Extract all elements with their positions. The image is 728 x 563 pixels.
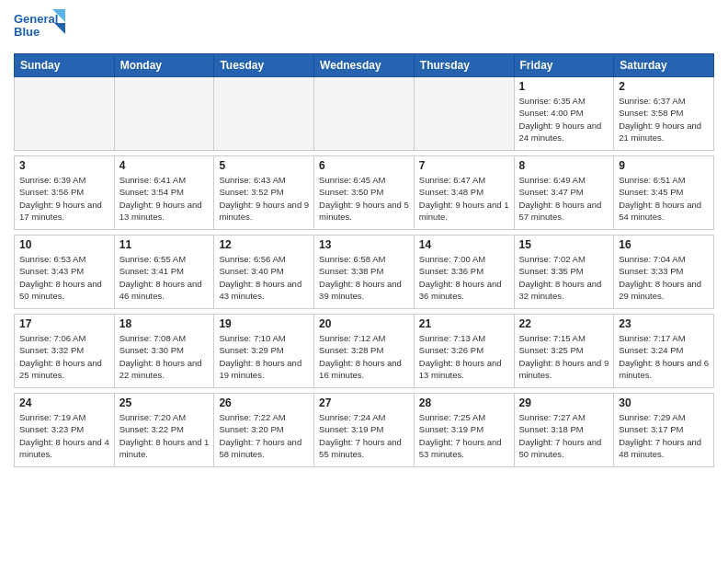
calendar-cell: 17Sunrise: 7:06 AM Sunset: 3:32 PM Dayli… (15, 315, 115, 388)
calendar-week-row: 1Sunrise: 6:35 AM Sunset: 4:00 PM Daylig… (15, 77, 714, 151)
calendar-cell: 9Sunrise: 6:51 AM Sunset: 3:45 PM Daylig… (614, 156, 714, 230)
calendar-cell (15, 77, 115, 151)
svg-text:Blue: Blue (14, 25, 40, 39)
calendar-cell (114, 77, 214, 151)
page: General Blue Sunday Monday Tuesday Wedne… (0, 0, 728, 563)
calendar-week-row: 24Sunrise: 7:19 AM Sunset: 3:23 PM Dayli… (15, 394, 714, 467)
calendar-cell: 28Sunrise: 7:25 AM Sunset: 3:19 PM Dayli… (414, 394, 514, 467)
day-detail: Sunrise: 7:25 AM Sunset: 3:19 PM Dayligh… (419, 411, 509, 460)
day-detail: Sunrise: 7:10 AM Sunset: 3:29 PM Dayligh… (219, 332, 309, 381)
calendar-cell: 16Sunrise: 7:04 AM Sunset: 3:33 PM Dayli… (614, 236, 714, 309)
day-detail: Sunrise: 7:17 AM Sunset: 3:24 PM Dayligh… (619, 332, 709, 381)
day-detail: Sunrise: 7:19 AM Sunset: 3:23 PM Dayligh… (19, 411, 109, 460)
day-number: 9 (619, 159, 709, 172)
calendar-cell: 3Sunrise: 6:39 AM Sunset: 3:56 PM Daylig… (15, 156, 115, 230)
day-detail: Sunrise: 6:39 AM Sunset: 3:56 PM Dayligh… (19, 174, 109, 223)
calendar-cell: 24Sunrise: 7:19 AM Sunset: 3:23 PM Dayli… (15, 394, 115, 467)
day-number: 30 (619, 396, 709, 409)
logo: General Blue (14, 9, 65, 46)
calendar-cell: 21Sunrise: 7:13 AM Sunset: 3:26 PM Dayli… (414, 315, 514, 388)
calendar-cell: 8Sunrise: 6:49 AM Sunset: 3:47 PM Daylig… (514, 156, 614, 230)
calendar-cell: 30Sunrise: 7:29 AM Sunset: 3:17 PM Dayli… (614, 394, 714, 467)
day-detail: Sunrise: 6:47 AM Sunset: 3:48 PM Dayligh… (419, 174, 509, 223)
calendar-cell: 6Sunrise: 6:45 AM Sunset: 3:50 PM Daylig… (314, 156, 415, 230)
day-number: 27 (319, 396, 409, 409)
calendar: Sunday Monday Tuesday Wednesday Thursday… (14, 53, 714, 467)
day-detail: Sunrise: 6:56 AM Sunset: 3:40 PM Dayligh… (219, 253, 309, 302)
calendar-cell: 10Sunrise: 6:53 AM Sunset: 3:43 PM Dayli… (15, 236, 115, 309)
day-detail: Sunrise: 6:55 AM Sunset: 3:41 PM Dayligh… (119, 253, 210, 302)
calendar-cell: 20Sunrise: 7:12 AM Sunset: 3:28 PM Dayli… (314, 315, 415, 388)
day-detail: Sunrise: 7:20 AM Sunset: 3:22 PM Dayligh… (119, 411, 210, 460)
day-number: 1 (519, 80, 609, 93)
header-tuesday: Tuesday (214, 54, 314, 77)
day-number: 18 (119, 317, 210, 330)
calendar-cell: 22Sunrise: 7:15 AM Sunset: 3:25 PM Dayli… (514, 315, 614, 388)
header-thursday: Thursday (414, 54, 514, 77)
calendar-week-row: 10Sunrise: 6:53 AM Sunset: 3:43 PM Dayli… (15, 236, 714, 309)
day-number: 17 (19, 317, 109, 330)
day-number: 4 (119, 159, 210, 172)
calendar-cell: 23Sunrise: 7:17 AM Sunset: 3:24 PM Dayli… (614, 315, 714, 388)
day-detail: Sunrise: 7:06 AM Sunset: 3:32 PM Dayligh… (19, 332, 109, 381)
day-number: 22 (519, 317, 609, 330)
day-detail: Sunrise: 6:45 AM Sunset: 3:50 PM Dayligh… (319, 174, 409, 223)
day-detail: Sunrise: 7:13 AM Sunset: 3:26 PM Dayligh… (419, 332, 509, 381)
day-number: 19 (219, 317, 309, 330)
calendar-week-row: 17Sunrise: 7:06 AM Sunset: 3:32 PM Dayli… (15, 315, 714, 388)
calendar-cell: 26Sunrise: 7:22 AM Sunset: 3:20 PM Dayli… (214, 394, 314, 467)
calendar-cell: 18Sunrise: 7:08 AM Sunset: 3:30 PM Dayli… (114, 315, 214, 388)
day-number: 25 (119, 396, 210, 409)
day-detail: Sunrise: 6:43 AM Sunset: 3:52 PM Dayligh… (219, 174, 309, 223)
calendar-cell (414, 77, 514, 151)
day-number: 11 (119, 238, 210, 251)
day-number: 6 (319, 159, 409, 172)
day-number: 2 (619, 80, 709, 93)
day-number: 29 (519, 396, 609, 409)
calendar-cell: 29Sunrise: 7:27 AM Sunset: 3:18 PM Dayli… (514, 394, 614, 467)
header-saturday: Saturday (614, 54, 714, 77)
calendar-cell: 15Sunrise: 7:02 AM Sunset: 3:35 PM Dayli… (514, 236, 614, 309)
day-number: 28 (419, 396, 509, 409)
header-sunday: Sunday (15, 54, 115, 77)
calendar-cell: 11Sunrise: 6:55 AM Sunset: 3:41 PM Dayli… (114, 236, 214, 309)
calendar-cell: 7Sunrise: 6:47 AM Sunset: 3:48 PM Daylig… (414, 156, 514, 230)
day-number: 20 (319, 317, 409, 330)
day-number: 12 (219, 238, 309, 251)
day-detail: Sunrise: 6:51 AM Sunset: 3:45 PM Dayligh… (619, 174, 709, 223)
calendar-cell: 14Sunrise: 7:00 AM Sunset: 3:36 PM Dayli… (414, 236, 514, 309)
calendar-week-row: 3Sunrise: 6:39 AM Sunset: 3:56 PM Daylig… (15, 156, 714, 230)
day-number: 16 (619, 238, 709, 251)
calendar-cell: 12Sunrise: 6:56 AM Sunset: 3:40 PM Dayli… (214, 236, 314, 309)
day-detail: Sunrise: 6:41 AM Sunset: 3:54 PM Dayligh… (119, 174, 210, 223)
day-detail: Sunrise: 7:27 AM Sunset: 3:18 PM Dayligh… (519, 411, 609, 460)
day-detail: Sunrise: 6:35 AM Sunset: 4:00 PM Dayligh… (519, 95, 609, 144)
day-detail: Sunrise: 7:12 AM Sunset: 3:28 PM Dayligh… (319, 332, 409, 381)
day-detail: Sunrise: 7:04 AM Sunset: 3:33 PM Dayligh… (619, 253, 709, 302)
day-detail: Sunrise: 6:58 AM Sunset: 3:38 PM Dayligh… (319, 253, 409, 302)
day-detail: Sunrise: 6:37 AM Sunset: 3:58 PM Dayligh… (619, 95, 709, 144)
calendar-cell: 2Sunrise: 6:37 AM Sunset: 3:58 PM Daylig… (614, 77, 714, 151)
day-detail: Sunrise: 7:08 AM Sunset: 3:30 PM Dayligh… (119, 332, 210, 381)
calendar-cell: 19Sunrise: 7:10 AM Sunset: 3:29 PM Dayli… (214, 315, 314, 388)
svg-marker-3 (54, 23, 65, 34)
day-detail: Sunrise: 7:24 AM Sunset: 3:19 PM Dayligh… (319, 411, 409, 460)
header: General Blue (14, 9, 714, 46)
day-number: 26 (219, 396, 309, 409)
day-number: 10 (19, 238, 109, 251)
day-detail: Sunrise: 6:53 AM Sunset: 3:43 PM Dayligh… (19, 253, 109, 302)
header-wednesday: Wednesday (314, 54, 415, 77)
calendar-cell: 4Sunrise: 6:41 AM Sunset: 3:54 PM Daylig… (114, 156, 214, 230)
day-detail: Sunrise: 7:15 AM Sunset: 3:25 PM Dayligh… (519, 332, 609, 381)
calendar-cell (214, 77, 314, 151)
header-friday: Friday (514, 54, 614, 77)
calendar-cell: 27Sunrise: 7:24 AM Sunset: 3:19 PM Dayli… (314, 394, 415, 467)
day-number: 8 (519, 159, 609, 172)
calendar-cell: 5Sunrise: 6:43 AM Sunset: 3:52 PM Daylig… (214, 156, 314, 230)
day-detail: Sunrise: 7:29 AM Sunset: 3:17 PM Dayligh… (619, 411, 709, 460)
calendar-cell: 25Sunrise: 7:20 AM Sunset: 3:22 PM Dayli… (114, 394, 214, 467)
day-number: 24 (19, 396, 109, 409)
day-detail: Sunrise: 7:22 AM Sunset: 3:20 PM Dayligh… (219, 411, 309, 460)
calendar-cell: 1Sunrise: 6:35 AM Sunset: 4:00 PM Daylig… (514, 77, 614, 151)
svg-text:General: General (14, 12, 58, 26)
